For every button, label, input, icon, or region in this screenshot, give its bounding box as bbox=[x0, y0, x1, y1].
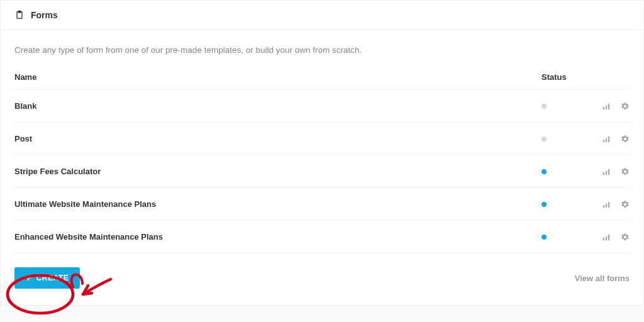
row-actions bbox=[579, 200, 630, 209]
svg-rect-16 bbox=[608, 234, 609, 240]
table-row[interactable]: Enhanced Website Maintenance Plans bbox=[14, 221, 630, 253]
table-header: Name Status bbox=[14, 72, 630, 90]
status-indicator bbox=[541, 202, 579, 207]
panel-footer: + CREATE View all forms bbox=[1, 253, 643, 305]
status-dot-active bbox=[541, 235, 547, 240]
gear-icon[interactable] bbox=[621, 200, 630, 209]
svg-rect-3 bbox=[606, 105, 607, 109]
panel-title: Forms bbox=[31, 10, 58, 20]
svg-rect-7 bbox=[608, 136, 609, 142]
row-actions bbox=[579, 135, 630, 143]
form-name: Ultimate Website Maintenance Plans bbox=[14, 199, 541, 209]
table-row[interactable]: Blank bbox=[14, 90, 630, 123]
svg-rect-14 bbox=[603, 238, 604, 240]
forms-panel: Forms Create any type of form from one o… bbox=[0, 0, 644, 306]
svg-rect-2 bbox=[603, 107, 604, 109]
gear-icon[interactable] bbox=[621, 167, 630, 176]
table-row[interactable]: Stripe Fees Calculator bbox=[14, 155, 630, 188]
col-header-name: Name bbox=[14, 72, 541, 82]
stats-icon[interactable] bbox=[602, 102, 611, 111]
panel-body: Create any type of form from one of our … bbox=[1, 30, 643, 253]
status-indicator bbox=[541, 235, 579, 240]
clipboard-icon bbox=[14, 9, 25, 21]
row-actions bbox=[579, 233, 630, 242]
svg-rect-1 bbox=[18, 11, 21, 13]
stats-icon[interactable] bbox=[602, 167, 611, 176]
svg-rect-6 bbox=[606, 138, 607, 142]
svg-rect-5 bbox=[603, 140, 604, 142]
forms-table: Name Status BlankPostStripe Fees Calcula… bbox=[14, 72, 630, 253]
svg-rect-9 bbox=[606, 170, 607, 174]
svg-rect-12 bbox=[606, 203, 607, 207]
row-actions bbox=[579, 167, 630, 176]
table-row[interactable]: Post bbox=[14, 123, 630, 155]
gear-icon[interactable] bbox=[621, 233, 630, 242]
form-name: Post bbox=[14, 134, 541, 143]
row-actions bbox=[579, 102, 630, 111]
create-label: CREATE bbox=[36, 274, 69, 282]
svg-rect-4 bbox=[608, 103, 609, 109]
form-name: Stripe Fees Calculator bbox=[14, 167, 541, 176]
svg-rect-8 bbox=[603, 172, 604, 175]
intro-text: Create any type of form from one of our … bbox=[14, 45, 630, 55]
gear-icon[interactable] bbox=[621, 135, 630, 143]
stats-icon[interactable] bbox=[602, 200, 611, 209]
panel-header: Forms bbox=[1, 1, 643, 30]
view-all-forms-link[interactable]: View all forms bbox=[575, 274, 630, 283]
form-name: Enhanced Website Maintenance Plans bbox=[14, 232, 541, 242]
form-name: Blank bbox=[14, 101, 541, 111]
svg-rect-10 bbox=[608, 169, 609, 174]
svg-rect-15 bbox=[606, 236, 607, 240]
stats-icon[interactable] bbox=[602, 233, 611, 242]
svg-rect-11 bbox=[603, 205, 604, 208]
status-dot-active bbox=[541, 169, 547, 174]
table-row[interactable]: Ultimate Website Maintenance Plans bbox=[14, 188, 630, 221]
status-indicator bbox=[541, 136, 579, 142]
status-dot-inactive bbox=[541, 136, 547, 142]
create-button[interactable]: + CREATE bbox=[14, 267, 80, 289]
status-dot-active bbox=[541, 202, 547, 207]
status-indicator bbox=[541, 169, 579, 174]
status-indicator bbox=[541, 104, 579, 109]
col-header-status: Status bbox=[541, 72, 579, 82]
status-dot-inactive bbox=[541, 104, 547, 109]
svg-rect-13 bbox=[608, 201, 609, 207]
gear-icon[interactable] bbox=[621, 102, 630, 111]
stats-icon[interactable] bbox=[602, 135, 611, 143]
plus-icon: + bbox=[26, 274, 31, 282]
